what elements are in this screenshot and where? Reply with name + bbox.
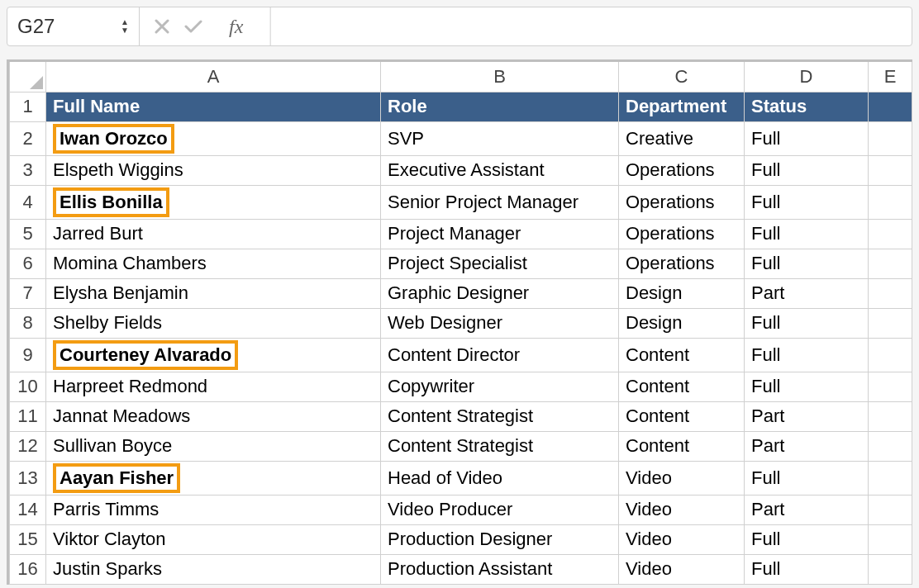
cell-status[interactable]: Full [745,155,869,185]
cell-department[interactable]: Video [619,461,745,495]
row-number[interactable]: 16 [10,554,46,584]
cell-reference-box[interactable]: G27 ▲ ▼ [7,7,140,45]
header-full-name[interactable]: Full Name [46,92,381,121]
cell-status[interactable]: Full [745,461,869,495]
row-number[interactable]: 3 [10,155,46,185]
cell-status[interactable]: Part [745,495,869,524]
row-number[interactable]: 4 [10,185,46,219]
cell-role[interactable]: Copywriter [381,372,619,401]
cell-status[interactable]: Part [745,401,869,431]
col-header-c[interactable]: C [619,62,745,92]
cell-role[interactable]: Production Designer [381,524,619,554]
col-header-e[interactable]: E [869,62,912,92]
cell-reference[interactable]: G27 [17,15,121,38]
row-number[interactable]: 6 [10,249,46,278]
cell-full-name[interactable]: Ellis Bonilla [46,185,381,219]
row-number[interactable]: 15 [10,524,46,554]
cell-full-name[interactable]: Parris Timms [46,495,381,524]
cell-department[interactable]: Content [619,401,745,431]
cell-full-name[interactable]: Harpreet Redmond [46,372,381,401]
cell-department[interactable]: Operations [619,155,745,185]
cell-full-name[interactable]: Iwan Orozco [46,121,381,155]
cell-department[interactable]: Content [619,431,745,461]
cell-status[interactable]: Full [745,121,869,155]
cell[interactable] [869,219,912,249]
cell-full-name[interactable]: Sullivan Boyce [46,431,381,461]
header-department[interactable]: Department [619,92,745,121]
row-number[interactable]: 7 [10,278,46,308]
cell-ref-stepper[interactable]: ▲ ▼ [121,19,129,34]
cell-status[interactable]: Full [745,249,869,278]
cell-role[interactable]: Content Director [381,338,619,372]
cell-full-name[interactable]: Momina Chambers [46,249,381,278]
cell[interactable] [869,338,912,372]
chevron-down-icon[interactable]: ▼ [121,27,129,34]
cell[interactable] [869,401,912,431]
cell-department[interactable]: Content [619,372,745,401]
cell-status[interactable]: Part [745,431,869,461]
cell-role[interactable]: Production Assistant [381,554,619,584]
cell[interactable] [869,554,912,584]
cell[interactable] [869,278,912,308]
cell-department[interactable]: Video [619,554,745,584]
cell-role[interactable]: Web Designer [381,308,619,338]
cell[interactable] [869,92,912,121]
cell-status[interactable]: Full [745,185,869,219]
cell[interactable] [869,495,912,524]
row-number[interactable]: 9 [10,338,46,372]
spreadsheet-grid[interactable]: A B C D E 1Full NameRoleDepartmentStatus… [7,59,912,585]
cell-department[interactable]: Video [619,524,745,554]
chevron-up-icon[interactable]: ▲ [121,19,129,26]
cell-full-name[interactable]: Shelby Fields [46,308,381,338]
cell-full-name[interactable]: Viktor Clayton [46,524,381,554]
cell-status[interactable]: Full [745,372,869,401]
cell-department[interactable]: Operations [619,219,745,249]
cell-status[interactable]: Full [745,219,869,249]
cell-department[interactable]: Operations [619,185,745,219]
header-status[interactable]: Status [745,92,869,121]
cell[interactable] [869,185,912,219]
cell-role[interactable]: Project Manager [381,219,619,249]
cell-role[interactable]: Project Specialist [381,249,619,278]
row-number[interactable]: 11 [10,401,46,431]
row-number[interactable]: 12 [10,431,46,461]
cell[interactable] [869,155,912,185]
formula-input[interactable] [270,7,912,45]
fx-label[interactable]: fx [217,16,255,38]
row-number[interactable]: 8 [10,308,46,338]
row-number[interactable]: 1 [10,92,46,121]
row-number[interactable]: 13 [10,461,46,495]
cell-role[interactable]: Content Strategist [381,431,619,461]
cell[interactable] [869,524,912,554]
row-number[interactable]: 10 [10,372,46,401]
row-number[interactable]: 5 [10,219,46,249]
cell-full-name[interactable]: Elspeth Wiggins [46,155,381,185]
cell[interactable] [869,461,912,495]
cell-status[interactable]: Full [745,524,869,554]
cell-full-name[interactable]: Jannat Meadows [46,401,381,431]
cell-department[interactable]: Creative [619,121,745,155]
cell-full-name[interactable]: Jarred Burt [46,219,381,249]
cell-department[interactable]: Video [619,495,745,524]
cell-role[interactable]: Senior Project Manager [381,185,619,219]
cell-role[interactable]: Graphic Designer [381,278,619,308]
cell-status[interactable]: Full [745,338,869,372]
col-header-d[interactable]: D [745,62,869,92]
col-header-b[interactable]: B [381,62,619,92]
cell[interactable] [869,431,912,461]
cell[interactable] [869,121,912,155]
cell-department[interactable]: Content [619,338,745,372]
cell-full-name[interactable]: Aayan Fisher [46,461,381,495]
cell-role[interactable]: Video Producer [381,495,619,524]
cancel-icon[interactable] [155,19,169,34]
row-number[interactable]: 2 [10,121,46,155]
cell-full-name[interactable]: Justin Sparks [46,554,381,584]
cell[interactable] [869,308,912,338]
cell-status[interactable]: Full [745,554,869,584]
cell[interactable] [869,372,912,401]
cell-full-name[interactable]: Courteney Alvarado [46,338,381,372]
cell-department[interactable]: Operations [619,249,745,278]
cell-role[interactable]: Content Strategist [381,401,619,431]
cell-status[interactable]: Full [745,308,869,338]
cell-role[interactable]: Executive Assistant [381,155,619,185]
